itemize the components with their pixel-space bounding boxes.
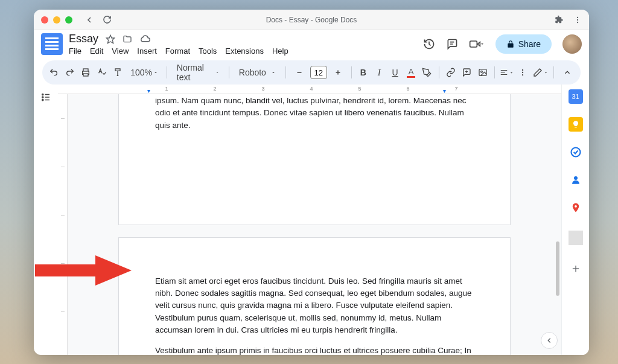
scrollbar-thumb[interactable]	[556, 241, 559, 296]
nav-reload-button[interactable]	[103, 15, 112, 25]
workspace: ▾ 1 2 3 4 5 6 7 ▾ ipsum. Nam quam nunc, …	[34, 85, 589, 355]
svg-point-0	[577, 16, 578, 18]
text-color-button[interactable]: A	[404, 64, 418, 81]
undo-button[interactable]	[47, 64, 60, 81]
menu-insert[interactable]: Insert	[137, 46, 157, 56]
body-text[interactable]: Vestibulum ante ipsum primis in faucibus…	[155, 345, 474, 355]
more-toolbar-button[interactable]	[516, 64, 529, 81]
document-area: ▾ 1 2 3 4 5 6 7 ▾ ipsum. Nam quam nunc, …	[58, 85, 561, 355]
app-window: Docs - Essay - Google Docs Essay File Ed…	[34, 10, 589, 355]
add-addon-icon[interactable]: ＋	[569, 261, 583, 275]
toolbar: 100% Normal text Roboto B I U A	[42, 60, 581, 85]
explore-button[interactable]	[541, 332, 558, 349]
close-window[interactable]	[41, 16, 48, 24]
svg-marker-8	[481, 43, 483, 45]
tab-title: Docs - Essay - Google Docs	[34, 16, 589, 24]
nav-back-button[interactable]	[84, 15, 94, 25]
star-icon[interactable]	[106, 34, 115, 44]
maps-icon[interactable]	[569, 200, 583, 215]
move-folder-icon[interactable]	[123, 34, 132, 44]
svg-marker-11	[154, 72, 157, 73]
svg-point-37	[575, 205, 577, 208]
share-label: Share	[518, 39, 541, 49]
doc-header: Essay File Edit View Insert Format Tools…	[34, 30, 589, 56]
page-1[interactable]: ipsum. Nam quam nunc, blandit vel, luctu…	[118, 94, 511, 225]
svg-point-29	[42, 94, 43, 95]
keep-icon[interactable]	[569, 117, 583, 132]
collapse-toolbar-button[interactable]	[559, 64, 576, 81]
svg-marker-24	[510, 72, 512, 73]
align-button[interactable]	[500, 64, 514, 81]
doc-title[interactable]: Essay	[69, 33, 98, 45]
redo-button[interactable]	[63, 64, 76, 81]
outline-toggle-icon[interactable]	[40, 92, 51, 355]
font-size-input[interactable]	[310, 66, 327, 79]
svg-point-1	[577, 19, 578, 20]
svg-point-26	[522, 72, 523, 73]
print-button[interactable]	[79, 64, 92, 81]
indent-marker-left[interactable]: ▾	[147, 88, 150, 94]
docs-logo[interactable]	[41, 33, 63, 55]
svg-marker-28	[544, 72, 547, 73]
svg-point-2	[577, 21, 578, 22]
history-icon[interactable]	[423, 38, 435, 50]
account-avatar[interactable]	[562, 34, 582, 54]
meet-icon[interactable]	[469, 38, 485, 50]
bold-button[interactable]: B	[357, 64, 370, 81]
svg-point-31	[42, 97, 43, 98]
menu-edit[interactable]: Edit	[90, 46, 103, 56]
font-size-increase[interactable]	[330, 64, 346, 81]
browser-titlebar: Docs - Essay - Google Docs	[34, 10, 589, 30]
link-button[interactable]	[444, 64, 457, 81]
browser-menu-icon[interactable]	[573, 15, 582, 24]
menu-bar: File Edit View Insert Format Tools Exten…	[69, 46, 423, 56]
lock-icon	[506, 40, 515, 48]
svg-marker-12	[216, 72, 218, 73]
underline-button[interactable]: U	[388, 64, 401, 81]
page-2[interactable]: Etiam sit amet orci eget eros faucibus t…	[118, 237, 511, 355]
minimize-window[interactable]	[53, 16, 60, 24]
svg-point-25	[522, 69, 523, 71]
svg-point-27	[522, 74, 523, 75]
menu-tools[interactable]: Tools	[199, 46, 217, 56]
menu-extensions[interactable]: Extensions	[225, 46, 264, 56]
font-size-decrease[interactable]	[291, 64, 308, 81]
body-text[interactable]: Etiam sit amet orci eget eros faucibus t…	[155, 275, 474, 336]
insert-image-button[interactable]	[476, 64, 489, 81]
menu-file[interactable]: File	[69, 46, 81, 56]
page-scroll[interactable]: ipsum. Nam quam nunc, blandit vel, luctu…	[68, 94, 561, 355]
svg-rect-10	[83, 74, 88, 76]
indent-marker-right[interactable]: ▾	[443, 88, 446, 94]
cloud-status-icon[interactable]	[139, 34, 150, 45]
italic-button[interactable]: I	[372, 64, 386, 81]
highlight-button[interactable]	[420, 64, 433, 81]
contacts-icon[interactable]	[569, 173, 583, 187]
horizontal-ruler[interactable]: ▾ 1 2 3 4 5 6 7 ▾	[58, 85, 561, 94]
spellcheck-button[interactable]	[95, 64, 108, 81]
menu-view[interactable]: View	[112, 46, 129, 56]
paint-format-button[interactable]	[111, 64, 124, 81]
menu-help[interactable]: Help	[272, 46, 288, 56]
zoom-select[interactable]: 100%	[127, 68, 162, 77]
style-select[interactable]: Normal text	[172, 63, 224, 82]
body-text[interactable]: ipsum. Nam quam nunc, blandit vel, luctu…	[155, 95, 474, 132]
menu-format[interactable]: Format	[165, 46, 190, 56]
svg-rect-6	[470, 41, 477, 47]
font-select[interactable]: Roboto	[234, 68, 281, 77]
panel-separator	[569, 231, 583, 245]
extensions-icon[interactable]	[555, 15, 564, 24]
side-panel: 31 ＋	[561, 85, 589, 355]
add-comment-button[interactable]	[460, 64, 473, 81]
svg-marker-3	[106, 35, 114, 43]
window-controls	[41, 16, 72, 24]
svg-point-20	[480, 71, 482, 72]
editing-mode-button[interactable]	[532, 64, 549, 81]
calendar-icon[interactable]: 31	[569, 89, 583, 104]
comments-icon[interactable]	[446, 38, 458, 50]
svg-point-36	[574, 176, 578, 180]
svg-marker-13	[272, 72, 275, 73]
vertical-ruler[interactable]	[58, 94, 68, 355]
tasks-icon[interactable]	[569, 145, 583, 159]
maximize-window[interactable]	[65, 16, 72, 24]
share-button[interactable]: Share	[495, 34, 552, 54]
